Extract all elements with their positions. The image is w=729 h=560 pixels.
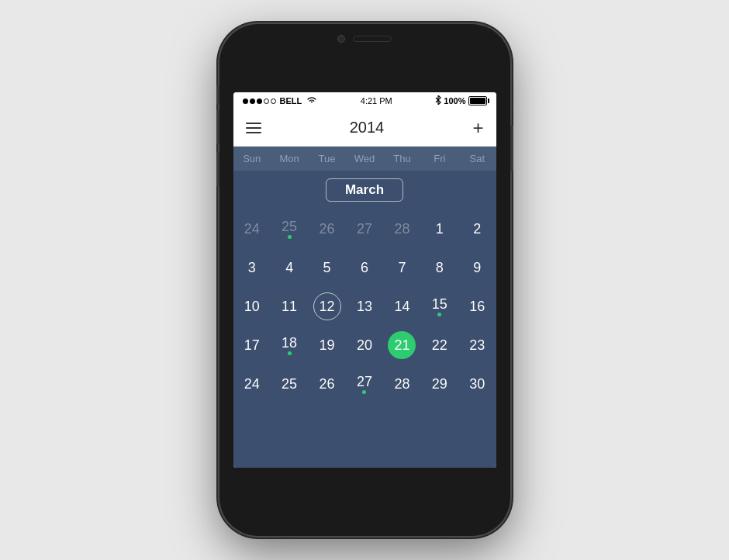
volume-down-button[interactable] [216, 152, 219, 187]
day-number: 1 [436, 222, 444, 236]
event-dot [288, 235, 292, 239]
day-number: 27 [357, 222, 372, 236]
day-number: 14 [394, 299, 409, 313]
day-cell[interactable]: 4 [271, 250, 308, 285]
day-cell[interactable]: 1 [421, 211, 458, 247]
add-event-button[interactable]: + [472, 119, 483, 137]
month-label: March [326, 178, 403, 202]
day-cell[interactable]: 5 [308, 250, 345, 285]
month-label-row: March [233, 171, 496, 208]
day-cell[interactable]: 6 [346, 250, 383, 285]
day-cell[interactable]: 25 [271, 366, 308, 402]
day-cell[interactable]: 14 [383, 289, 420, 324]
day-header-sun: Sun [233, 153, 271, 164]
day-number: 25 [282, 377, 297, 391]
signal-dot-1 [243, 99, 248, 104]
day-cell[interactable]: 9 [458, 250, 496, 285]
day-number: 2 [473, 222, 481, 236]
day-number: 26 [320, 222, 335, 236]
day-cell[interactable]: 22 [421, 327, 458, 363]
day-cell[interactable]: 15 [421, 289, 458, 324]
power-button[interactable] [510, 125, 513, 171]
day-header-thu: Thu [383, 153, 420, 164]
day-header-tue: Tue [308, 153, 345, 164]
hamburger-line-1 [246, 123, 261, 124]
status-right: 100% [435, 95, 486, 106]
day-cell[interactable]: 29 [421, 366, 458, 402]
day-cell[interactable]: 20 [346, 327, 383, 363]
day-cell[interactable]: 12 [308, 289, 345, 324]
day-cell[interactable]: 24 [233, 211, 271, 247]
bluetooth-icon [435, 95, 441, 106]
day-cell[interactable]: 23 [458, 327, 496, 363]
battery-percent: 100% [444, 96, 465, 105]
day-cell[interactable]: 11 [271, 289, 308, 324]
day-cell[interactable]: 24 [233, 366, 271, 402]
day-number: 17 [244, 338, 260, 352]
phone-screen: BELL 4:21 PM [233, 92, 496, 468]
day-number: 20 [357, 338, 372, 352]
day-cell[interactable]: 26 [308, 366, 345, 402]
day-number: 19 [320, 338, 335, 352]
day-header-fri: Fri [421, 153, 458, 164]
signal-dot-3 [257, 99, 262, 104]
day-number: 13 [357, 299, 372, 313]
year-title: 2014 [350, 119, 385, 137]
day-number: 22 [432, 338, 447, 352]
day-number: 29 [432, 377, 447, 391]
day-cell[interactable]: 27 [346, 366, 383, 402]
signal-dot-2 [250, 99, 255, 104]
day-number: 7 [398, 261, 406, 275]
battery-fill [470, 98, 485, 104]
day-number: 23 [469, 338, 485, 352]
mute-button[interactable] [216, 85, 219, 105]
day-cell[interactable]: 21 [383, 327, 420, 363]
day-cell[interactable]: 25 [271, 211, 308, 247]
day-number: 16 [469, 299, 485, 313]
day-number: 24 [244, 377, 260, 391]
day-cell[interactable]: 3 [233, 250, 271, 285]
signal-dot-5 [271, 99, 276, 104]
day-header-mon: Mon [271, 153, 308, 164]
day-cell[interactable]: 18 [271, 327, 308, 363]
event-dot [362, 390, 366, 394]
day-header-sat: Sat [458, 153, 496, 164]
screen-content: BELL 4:21 PM [233, 92, 496, 468]
camera-icon [337, 35, 345, 43]
volume-up-button[interactable] [216, 109, 219, 144]
day-number: 27 [357, 375, 372, 389]
phone-frame: BELL 4:21 PM [219, 24, 510, 536]
day-cell[interactable]: 30 [458, 366, 496, 402]
day-cell[interactable]: 27 [346, 211, 383, 247]
event-dot [437, 313, 441, 316]
day-number: 9 [473, 261, 481, 275]
day-number: 10 [244, 299, 260, 313]
day-cell[interactable]: 17 [233, 327, 271, 363]
carrier-name: BELL [280, 96, 302, 105]
day-cell[interactable]: 28 [383, 366, 420, 402]
status-bar: BELL 4:21 PM [233, 92, 496, 109]
day-cell[interactable]: 8 [421, 250, 458, 285]
menu-button[interactable] [246, 123, 261, 133]
speaker-icon [353, 36, 392, 42]
day-number: 18 [282, 336, 297, 350]
day-cell[interactable]: 10 [233, 289, 271, 324]
day-number: 8 [436, 261, 444, 275]
day-cell[interactable]: 26 [308, 211, 345, 247]
day-number: 15 [432, 297, 447, 311]
day-header-wed: Wed [346, 153, 383, 164]
hamburger-line-3 [246, 132, 261, 133]
day-number: 30 [469, 377, 485, 391]
notch [337, 35, 392, 43]
day-cell[interactable]: 13 [346, 289, 383, 324]
toolbar: 2014 + [233, 109, 496, 147]
day-cell[interactable]: 2 [458, 211, 496, 247]
status-left: BELL [243, 96, 318, 105]
selected-day: 21 [388, 331, 416, 359]
day-cell[interactable]: 16 [458, 289, 496, 324]
day-cell[interactable]: 28 [383, 211, 420, 247]
day-cell[interactable]: 7 [383, 250, 420, 285]
signal-strength [243, 99, 276, 104]
day-cell[interactable]: 19 [308, 327, 345, 363]
day-number: 28 [394, 222, 409, 236]
